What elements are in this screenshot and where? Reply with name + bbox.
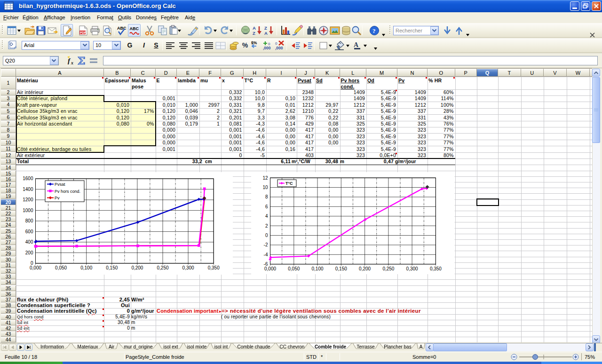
svg-text:1200: 1200 — [23, 197, 33, 202]
svg-text:1600: 1600 — [23, 176, 33, 181]
svg-text:A: A — [354, 41, 359, 48]
svg-text:0,300: 0,300 — [406, 266, 418, 271]
svg-text:1000: 1000 — [23, 207, 33, 213]
svg-text:A: A — [264, 31, 268, 36]
svg-text:4: 4 — [265, 214, 268, 219]
svg-text:0,200: 0,200 — [131, 265, 143, 270]
svg-text:0,000: 0,000 — [264, 266, 276, 271]
svg-text:Z: Z — [253, 31, 255, 36]
svg-text:0,350: 0,350 — [430, 266, 442, 271]
svg-text:,000: ,000 — [263, 46, 271, 50]
svg-text:T°C: T°C — [285, 181, 293, 186]
svg-text:800: 800 — [25, 218, 33, 223]
svg-text:0,250: 0,250 — [382, 266, 394, 271]
svg-text:200: 200 — [25, 250, 33, 255]
svg-text:0,000: 0,000 — [29, 265, 41, 270]
svg-text:0,350: 0,350 — [207, 265, 219, 270]
svg-text:0,300: 0,300 — [182, 265, 194, 270]
svg-text:0: 0 — [265, 233, 268, 238]
svg-text:0,050: 0,050 — [55, 265, 67, 270]
svg-text:f: f — [68, 57, 71, 64]
svg-text:0,200: 0,200 — [359, 266, 371, 271]
svg-text:$%: $% — [251, 40, 257, 45]
svg-text:ABC: ABC — [130, 26, 139, 31]
svg-text:0,150: 0,150 — [106, 265, 118, 270]
svg-text:0,100: 0,100 — [80, 265, 92, 270]
svg-text:0,100: 0,100 — [311, 266, 323, 271]
svg-text:1400: 1400 — [23, 186, 33, 191]
svg-text:10: 10 — [262, 185, 268, 190]
svg-text:8: 8 — [265, 194, 268, 199]
svg-text:0,250: 0,250 — [157, 265, 168, 270]
svg-text:0,050: 0,050 — [288, 266, 300, 271]
svg-text:6: 6 — [265, 204, 268, 209]
svg-text:ABC: ABC — [117, 26, 127, 31]
svg-text:-2: -2 — [264, 242, 268, 247]
svg-text:600: 600 — [25, 229, 33, 234]
svg-text:400: 400 — [25, 239, 33, 245]
svg-text:12: 12 — [262, 175, 268, 180]
svg-text:Z: Z — [264, 25, 267, 31]
svg-text:2: 2 — [265, 223, 268, 228]
svg-text:x: x — [71, 60, 73, 65]
svg-text:,000: ,000 — [275, 46, 283, 50]
svg-text:Pvsat: Pvsat — [55, 182, 65, 187]
svg-text:0: 0 — [275, 41, 277, 46]
svg-text:?: ? — [372, 27, 376, 34]
svg-text:0,150: 0,150 — [335, 266, 347, 271]
svg-text:PDF: PDF — [80, 31, 86, 34]
svg-text:Pv hors cond.: Pv hors cond. — [55, 189, 80, 193]
svg-text:A: A — [253, 25, 256, 31]
svg-text:-4: -4 — [264, 252, 268, 257]
svg-text:Pv: Pv — [55, 196, 60, 200]
